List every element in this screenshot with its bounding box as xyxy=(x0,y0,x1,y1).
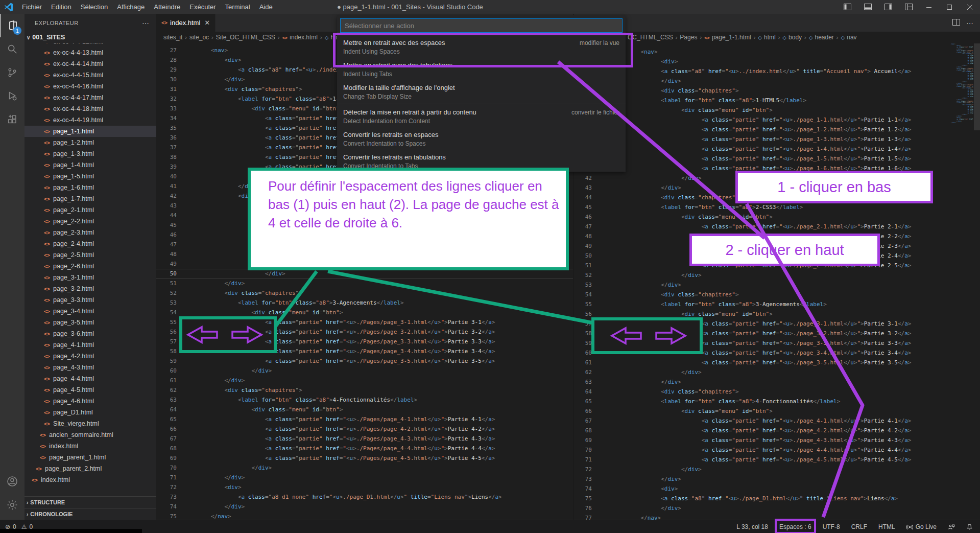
quick-pick-item[interactable]: Modifier la taille d'affichage de l'ongl… xyxy=(337,81,626,103)
file-item[interactable]: <>ex-oc-4-4-17.html xyxy=(25,92,156,103)
menu-fichier[interactable]: Fichier xyxy=(17,3,46,11)
code-line[interactable]: 71 </div> xyxy=(156,473,573,482)
menu-terminal[interactable]: Terminal xyxy=(221,3,255,11)
menu-aide[interactable]: Aide xyxy=(255,3,277,11)
code-line[interactable]: 63 <label for="btn" class="a8">4-Fonctio… xyxy=(156,395,573,405)
file-item[interactable]: <>page_4-6.html xyxy=(25,396,156,407)
code-line[interactable]: 75 <a class="a8" href="<u>./page_D1.html… xyxy=(573,494,980,503)
file-item[interactable]: <>page_3-5.html xyxy=(25,317,156,328)
code-line[interactable]: 55 <label for="btn" class="a8">3-Agencem… xyxy=(573,299,980,309)
status-indentation[interactable]: Espaces : 6 xyxy=(779,523,811,530)
code-line[interactable]: 29 <nav> xyxy=(573,47,980,57)
file-item[interactable]: <>page_3-2.html xyxy=(25,283,156,294)
status-encoding[interactable]: UTF-8 xyxy=(823,523,840,530)
code-line[interactable]: 60 <a class="partie" href="<u>./page_3-4… xyxy=(573,348,980,358)
quick-pick-item[interactable]: Convertir les retraits en espacesConvert… xyxy=(337,128,626,150)
code-line[interactable]: 67 <a class="partie" href="<u>./page_4-1… xyxy=(573,416,980,426)
code-line[interactable]: 53 </div> xyxy=(573,280,980,290)
code-line[interactable]: 32 </div> xyxy=(573,76,980,86)
file-item[interactable]: <>page_3-6.html xyxy=(25,328,156,339)
code-line[interactable]: 30 <div> xyxy=(573,57,980,66)
code-line[interactable]: 70 </div> xyxy=(156,463,573,473)
code-line[interactable]: 36 <a class="partie" href="<u>./page_1-1… xyxy=(573,115,980,125)
code-line[interactable]: 33 <div class="chapitres"> xyxy=(573,86,980,96)
file-item[interactable]: <>page_3-4.html xyxy=(25,306,156,317)
code-line[interactable]: 65 <label for="btn" class="a8">4-Fonctio… xyxy=(573,397,980,406)
code-line[interactable]: 45 <label for="btn" class="a8">2-CSS3</l… xyxy=(573,202,980,212)
code-line[interactable]: 59 <a class="partie" href="<u>./Pages/pa… xyxy=(156,356,573,366)
code-line[interactable]: 52 <div class="chapitres"> xyxy=(156,288,573,298)
breadcrumb-item[interactable]: <>page_1-1.html xyxy=(704,34,751,41)
breadcrumb-item[interactable]: Pages xyxy=(680,34,697,41)
source-control-icon[interactable] xyxy=(0,61,25,84)
status-bell-icon[interactable] xyxy=(966,523,973,530)
file-item[interactable]: <>page_4-2.html xyxy=(25,351,156,362)
explorer-icon[interactable]: 1 xyxy=(0,14,25,37)
code-line[interactable]: 72 <div> xyxy=(156,482,573,492)
breadcrumb-item[interactable]: ◇body xyxy=(782,34,802,41)
file-item[interactable]: <>page_3-1.html xyxy=(25,272,156,283)
code-line[interactable]: 31 <a class="a8" href="<u>../index.html<… xyxy=(573,66,980,76)
code-line[interactable]: 67 <a class="partie" href="<u>./Pages/pa… xyxy=(156,434,573,444)
file-item[interactable]: <>ex-oc-4-4-13.html xyxy=(25,47,156,58)
split-editor-icon[interactable] xyxy=(952,19,960,27)
file-item[interactable]: <>page_parent_2.html xyxy=(25,463,156,474)
customize-layout-icon[interactable] xyxy=(898,0,919,14)
file-item[interactable]: <>page_2-3.html xyxy=(25,227,156,238)
menu-atteindre[interactable]: Atteindre xyxy=(149,3,185,11)
tab-index-html[interactable]: <> index.html ✕ xyxy=(156,14,216,32)
menu-affichage[interactable]: Affichage xyxy=(112,3,149,11)
search-icon[interactable] xyxy=(0,37,25,61)
status-go-live[interactable]: Go Live xyxy=(906,523,937,530)
menu-sélection[interactable]: Sélection xyxy=(76,3,112,11)
file-item[interactable]: <>ex-oc-4-4-18.html xyxy=(25,103,156,114)
code-line[interactable]: 51 </div> xyxy=(156,279,573,288)
file-item[interactable]: <>page_4-5.html xyxy=(25,384,156,396)
code-line[interactable]: 68 <a class="partie" href="<u>./Pages/pa… xyxy=(156,444,573,453)
status-language-mode[interactable]: HTML xyxy=(878,523,895,530)
code-line[interactable]: 56 <div class="menu" id="btn"> xyxy=(573,309,980,319)
toggle-panel-icon[interactable] xyxy=(857,0,878,14)
file-item[interactable]: <>index.html xyxy=(25,441,156,452)
code-line[interactable]: 71 <a class="partie" href="<u>./page_4-5… xyxy=(573,455,980,465)
file-item[interactable]: <>page_D1.html xyxy=(25,407,156,418)
breadcrumb-item[interactable]: <>index.html xyxy=(282,34,318,41)
file-item[interactable]: <>page_2-4.html xyxy=(25,238,156,249)
minimap[interactable]: <nav> <div> <a class="a8" href="<u>../in… xyxy=(940,43,973,187)
breadcrumb-item[interactable]: site_oc xyxy=(189,34,209,41)
file-item[interactable]: <>page_1-2.html xyxy=(25,137,156,148)
breadcrumb-item[interactable]: OC_HTML_CSS xyxy=(628,34,673,41)
code-line[interactable]: 69 <a class="partie" href="<u>./page_4-3… xyxy=(573,435,980,445)
maximize-icon[interactable] xyxy=(939,0,960,14)
code-line[interactable]: 62 <div class="chapitres"> xyxy=(156,385,573,395)
file-item[interactable]: <>page_4-3.html xyxy=(25,362,156,373)
code-line[interactable]: 73 </div> xyxy=(573,474,980,484)
sidebar-section-chronologie[interactable]: ›CHRONOLOGIE xyxy=(25,508,156,520)
file-item[interactable]: <>page_2-6.html xyxy=(25,261,156,272)
file-item[interactable]: <>ex-oc-4-4-12.html xyxy=(25,43,156,47)
sidebar-section-structure[interactable]: ›STRUCTURE xyxy=(25,496,156,508)
code-line[interactable]: 75 </nav> xyxy=(156,512,573,520)
code-line[interactable]: 65 <a class="partie" href="<u>./Pages/pa… xyxy=(156,414,573,424)
code-line[interactable]: 56 <a class="partie" href="<u>./Pages/pa… xyxy=(156,327,573,337)
code-line[interactable]: 37 <a class="partie" href="<u>./page_1-2… xyxy=(573,125,980,134)
file-item[interactable]: <>ex-oc-4-4-14.html xyxy=(25,58,156,69)
code-line[interactable]: 57 <a class="partie" href="<u>./Pages/pa… xyxy=(156,337,573,346)
code-line[interactable]: 53 <label for="btn" class="a8">3-Agencem… xyxy=(156,298,573,308)
breadcrumb-item[interactable]: ◇html xyxy=(758,34,775,41)
close-icon[interactable] xyxy=(960,0,980,14)
tab-close-icon[interactable]: ✕ xyxy=(204,19,210,27)
code-line[interactable]: 34 <label for="btn" class="a8">1-HTML5</… xyxy=(573,96,980,105)
code-line[interactable]: 46 <div class="menu" id="btn"> xyxy=(573,212,980,222)
toggle-secondary-sidebar-icon[interactable] xyxy=(878,0,898,14)
code-line[interactable]: 64 <div class="menu" id="btn"> xyxy=(156,405,573,414)
code-line[interactable]: 73 <a class="a8 d1 none" href="<u>./page… xyxy=(156,492,573,502)
code-line[interactable]: 61 <a class="partie" href="<u>./page_3-5… xyxy=(573,358,980,367)
file-item[interactable]: <>page_1-3.html xyxy=(25,148,156,159)
settings-gear-icon[interactable] xyxy=(0,493,25,517)
breadcrumb-right[interactable]: OC_HTML_CSS›Pages›<>page_1-1.html›◇html›… xyxy=(573,32,980,43)
code-line[interactable]: 68 <a class="partie" href="<u>./page_4-2… xyxy=(573,426,980,435)
code-line[interactable]: 47 <a class="partie" href="<u>./page_2-1… xyxy=(573,222,980,231)
code-line[interactable]: 72 </div> xyxy=(573,465,980,474)
code-line[interactable]: 76 </div> xyxy=(573,503,980,513)
